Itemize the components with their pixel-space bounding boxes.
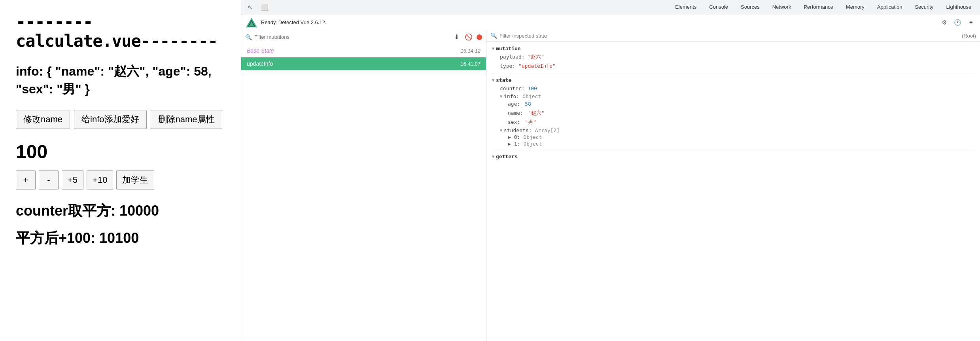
tab-lighthouse[interactable]: Lighthouse xyxy=(940,2,977,13)
filter-mutations-input[interactable] xyxy=(254,34,450,40)
vue-logo xyxy=(246,17,257,28)
counter-value-display: 100 xyxy=(528,85,537,91)
mutation-base-state-time: 16:14:12 xyxy=(460,48,481,54)
info-sex: sex: "男" xyxy=(500,118,974,127)
vue-header-icons: ⚙ 🕐 ✦ xyxy=(940,18,975,27)
vue-status: Ready. Detected Vue 2.6.12. xyxy=(261,19,936,25)
students-array-header[interactable]: ▼ students: Array[2] xyxy=(492,127,974,133)
name-value: "赵六" xyxy=(528,110,545,116)
mutation-base-state[interactable]: Base State 16:14:12 xyxy=(241,44,486,57)
getters-section-name: getters xyxy=(496,153,518,159)
state-panel: 🔍 (Root) ▼ mutation payload: "赵六" xyxy=(486,30,980,341)
vue-devtools: Ready. Detected Vue 2.6.12. ⚙ 🕐 ✦ 🔍 ⬇ 🚫 xyxy=(241,15,980,341)
devtools-panel: ↖ ⬜ Elements Console Sources Network Per… xyxy=(241,0,980,341)
info-age: age: 58 xyxy=(500,100,974,108)
getters-arrow: ▼ xyxy=(492,154,494,159)
sex-value: "男" xyxy=(525,119,536,125)
info-line2: "sex": "男" } xyxy=(16,82,90,96)
mutation-arrow: ▼ xyxy=(492,46,494,51)
tab-elements[interactable]: Elements xyxy=(670,2,702,13)
filter-state-input[interactable] xyxy=(499,33,958,39)
state-section-header[interactable]: ▼ state xyxy=(492,77,974,83)
block-icon[interactable]: 🚫 xyxy=(463,32,474,42)
delete-name-button[interactable]: 删除name属性 xyxy=(151,110,222,129)
students-children: ▶ 0: Object ▶ 1: Object xyxy=(492,134,974,147)
settings-icon[interactable]: ✦ xyxy=(967,18,975,27)
info-type: Object xyxy=(522,93,541,99)
search-icon: 🔍 xyxy=(245,34,252,40)
plus-button[interactable]: + xyxy=(16,170,36,189)
vue-header: Ready. Detected Vue 2.6.12. ⚙ 🕐 ✦ xyxy=(241,15,980,30)
state-section-name: state xyxy=(496,77,511,83)
counter-key: counter: xyxy=(500,85,525,91)
student-1-key: ▶ 1: xyxy=(508,141,520,147)
state-search-bar: 🔍 (Root) xyxy=(486,30,980,42)
modify-name-button[interactable]: 修改name xyxy=(16,110,70,129)
mutation-type-key: type: xyxy=(500,63,515,69)
getters-section: ▼ getters xyxy=(492,153,974,159)
student-0-value: Object xyxy=(523,134,542,140)
tab-performance[interactable]: Performance xyxy=(798,2,838,13)
component-tree-icon[interactable]: ⚙ xyxy=(940,18,948,27)
mutations-panel: 🔍 ⬇ 🚫 Base State 16:14:12 updateInfo xyxy=(241,30,486,341)
state-search-icon: 🔍 xyxy=(490,32,497,39)
info-arrow: ▼ xyxy=(500,94,502,99)
student-0-key: ▶ 0: xyxy=(508,134,520,140)
divider2 xyxy=(492,150,974,150)
mutation-update-info-name: updateInfo xyxy=(247,61,273,67)
devtools-topnav: ↖ ⬜ Elements Console Sources Network Per… xyxy=(241,0,980,15)
mutation-update-info[interactable]: updateInfo 16:41:07 xyxy=(241,57,486,70)
tab-console[interactable]: Console xyxy=(704,2,734,13)
sex-key: sex: xyxy=(508,119,520,125)
mutations-search-bar: 🔍 ⬇ 🚫 xyxy=(241,30,486,44)
info-children: age: 58 name: "赵六" sex: "男" xyxy=(492,100,974,126)
counter-buttons-row: + - +5 +10 加学生 xyxy=(16,170,225,189)
getters-section-header[interactable]: ▼ getters xyxy=(492,153,974,159)
state-section: ▼ state counter: 100 ▼ info: Object xyxy=(492,77,974,147)
tab-memory[interactable]: Memory xyxy=(840,2,870,13)
plus10-button[interactable]: +10 xyxy=(87,170,113,189)
mutation-base-state-name: Base State xyxy=(247,47,274,54)
info-display: info: { "name": "赵六", "age": 58, "sex": … xyxy=(16,63,225,98)
divider1 xyxy=(492,74,974,74)
computed-square: counter取平方: 10000 xyxy=(16,201,225,221)
root-label: (Root) xyxy=(962,33,976,39)
left-panel: --------calculate.vue-------- info: { "n… xyxy=(0,0,241,341)
mutation-section-name: mutation xyxy=(496,45,521,51)
students-arrow: ▼ xyxy=(500,128,502,133)
mutations-list: Base State 16:14:12 updateInfo 16:41:07 xyxy=(241,44,486,341)
minus-button[interactable]: - xyxy=(39,170,59,189)
state-counter: counter: 100 xyxy=(492,85,974,93)
add-hobby-button[interactable]: 给info添加爱好 xyxy=(74,110,146,129)
student-0[interactable]: ▶ 0: Object xyxy=(500,134,974,140)
tab-network[interactable]: Network xyxy=(767,2,797,13)
mutation-payload-value: "赵六" xyxy=(528,54,544,60)
plus5-button[interactable]: +5 xyxy=(62,170,83,189)
mutation-type-value: "updateInfo" xyxy=(518,63,556,69)
record-button[interactable] xyxy=(477,34,482,40)
name-key: name: xyxy=(508,110,523,116)
age-key: age: xyxy=(508,101,520,107)
mutation-section-header[interactable]: ▼ mutation xyxy=(492,45,974,51)
info-buttons-row: 修改name 给info添加爱好 删除name属性 xyxy=(16,110,225,129)
mutation-payload: payload: "赵六" xyxy=(492,53,974,61)
device-icon[interactable]: ⬜ xyxy=(257,2,272,13)
state-arrow: ▼ xyxy=(492,78,494,82)
timeline-icon[interactable]: 🕐 xyxy=(952,18,963,27)
add-student-button[interactable]: 加学生 xyxy=(116,170,154,189)
import-icon[interactable]: ⬇ xyxy=(452,32,461,42)
info-object-header[interactable]: ▼ info: Object xyxy=(492,93,974,99)
counter-value: 100 xyxy=(16,141,225,163)
page-title: --------calculate.vue-------- xyxy=(16,12,225,51)
student-1-value: Object xyxy=(523,141,542,147)
students-type: Array[2] xyxy=(535,127,560,133)
students-key: students: xyxy=(504,127,532,133)
cursor-icon[interactable]: ↖ xyxy=(244,2,256,13)
info-line1: info: { "name": "赵六", "age": 58, xyxy=(16,64,212,78)
student-1[interactable]: ▶ 1: Object xyxy=(500,141,974,147)
age-value: 58 xyxy=(525,101,531,107)
tab-sources[interactable]: Sources xyxy=(735,2,765,13)
tab-application[interactable]: Application xyxy=(872,2,908,13)
tab-security[interactable]: Security xyxy=(909,2,939,13)
computed-plus100: 平方后+100: 10100 xyxy=(16,229,225,248)
